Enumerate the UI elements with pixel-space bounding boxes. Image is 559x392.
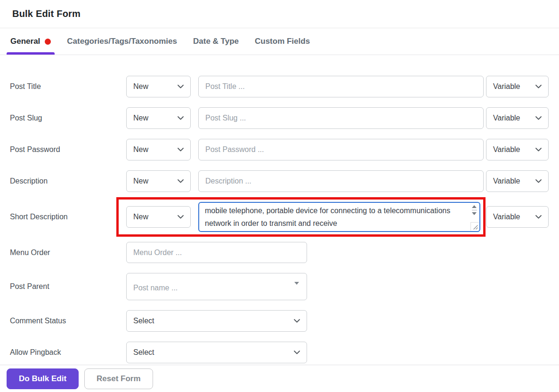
short-description-mode-value: New: [133, 213, 148, 221]
tab-date-type-label: Date & Type: [193, 37, 239, 46]
post-slug-mode-select[interactable]: New: [126, 107, 191, 129]
post-slug-label: Post Slug: [10, 114, 126, 122]
post-password-variable-value: Variable: [493, 145, 520, 154]
chevron-down-icon: [535, 148, 542, 152]
post-title-variable-select[interactable]: Variable: [486, 76, 549, 97]
resize-grip-icon[interactable]: [470, 222, 479, 231]
chevron-down-icon: [178, 215, 184, 219]
do-bulk-edit-button[interactable]: Do Bulk Edit: [7, 368, 79, 389]
reset-form-button[interactable]: Reset Form: [84, 368, 153, 389]
allow-pingback-select[interactable]: Select: [126, 342, 307, 363]
post-slug-variable-value: Variable: [493, 114, 520, 122]
row-post-title: Post Title New Variable: [10, 76, 549, 97]
row-short-description: Short Description New mobile telephone, …: [10, 197, 549, 237]
chevron-down-icon: [178, 179, 184, 183]
row-description: Description New Variable: [10, 170, 549, 192]
description-variable-select[interactable]: Variable: [486, 170, 549, 192]
tab-date-and-type[interactable]: Date & Type: [189, 28, 243, 55]
post-parent-label: Post Parent: [10, 282, 126, 291]
general-form: Post Title New Variable Post Slug New Va…: [0, 55, 559, 363]
post-title-input[interactable]: [198, 76, 484, 97]
chevron-down-icon: [294, 319, 300, 323]
row-menu-order: Menu Order: [10, 242, 549, 263]
comment-status-label: Comment Status: [10, 317, 126, 325]
chevron-down-icon: [535, 215, 542, 219]
post-slug-input[interactable]: [198, 107, 484, 129]
post-password-mode-value: New: [133, 145, 148, 154]
textarea-scrollbar[interactable]: [471, 205, 478, 215]
chevron-down-icon: [535, 116, 542, 120]
description-input[interactable]: [198, 170, 484, 192]
short-description-variable-select[interactable]: Variable: [486, 206, 549, 228]
row-comment-status: Comment Status Select: [10, 310, 549, 332]
tab-custom-fields-label: Custom Fields: [255, 37, 310, 46]
scrollbar-track: [472, 210, 477, 210]
tab-custom-fields[interactable]: Custom Fields: [251, 28, 314, 55]
description-mode-value: New: [133, 177, 148, 185]
tab-bar: General Categories/Tags/Taxonomies Date …: [0, 28, 559, 55]
row-post-password: Post Password New Variable: [10, 139, 549, 160]
description-label: Description: [10, 177, 126, 185]
chevron-down-icon: [178, 85, 184, 88]
tab-categories-tags-taxonomies[interactable]: Categories/Tags/Taxonomies: [63, 28, 181, 55]
resize-grip-lines: [473, 224, 478, 230]
bulk-edit-form-page: Bulk Edit Form General Categories/Tags/T…: [0, 0, 559, 392]
header: Bulk Edit Form: [0, 0, 559, 28]
scroll-down-arrow-icon[interactable]: [472, 212, 477, 215]
chevron-down-icon: [178, 148, 184, 152]
chevron-down-icon: [535, 85, 542, 88]
caret-down-icon: [294, 282, 299, 285]
page-title: Bulk Edit Form: [12, 8, 81, 19]
post-slug-variable-select[interactable]: Variable: [486, 107, 549, 129]
chevron-down-icon: [294, 351, 300, 354]
post-password-mode-select[interactable]: New: [126, 139, 191, 160]
menu-order-label: Menu Order: [10, 248, 126, 257]
tab-general[interactable]: General: [7, 28, 55, 55]
post-title-variable-value: Variable: [493, 82, 520, 91]
footer-action-bar: Do Bulk Edit Reset Form: [0, 365, 559, 392]
post-title-mode-select[interactable]: New: [126, 76, 191, 97]
scroll-up-arrow-icon[interactable]: [472, 205, 477, 208]
comment-status-select[interactable]: Select: [126, 310, 307, 332]
post-parent-placeholder: Post name ...: [133, 284, 178, 292]
post-slug-mode-value: New: [133, 114, 148, 122]
description-variable-value: Variable: [493, 177, 520, 185]
post-title-label: Post Title: [10, 82, 126, 91]
row-post-slug: Post Slug New Variable: [10, 107, 549, 129]
comment-status-value: Select: [133, 317, 154, 325]
post-title-mode-value: New: [133, 82, 148, 91]
description-mode-select[interactable]: New: [126, 170, 191, 192]
tab-categories-label: Categories/Tags/Taxonomies: [67, 37, 177, 46]
short-description-textarea-wrap: mobile telephone, portable device for co…: [198, 202, 480, 232]
row-allow-pingback: Allow Pingback Select: [10, 342, 549, 363]
menu-order-input[interactable]: [126, 242, 307, 263]
short-description-textarea[interactable]: mobile telephone, portable device for co…: [199, 203, 479, 231]
red-highlight-box: New mobile telephone, portable device fo…: [116, 197, 486, 237]
post-parent-select[interactable]: Post name ...: [126, 273, 307, 300]
allow-pingback-value: Select: [133, 348, 154, 357]
unsaved-changes-dot-icon: [45, 39, 51, 45]
chevron-down-icon: [535, 179, 542, 183]
row-post-parent: Post Parent Post name ...: [10, 273, 549, 300]
short-description-mode-select[interactable]: New: [126, 206, 191, 228]
post-password-input[interactable]: [198, 139, 484, 160]
post-password-variable-select[interactable]: Variable: [486, 139, 549, 160]
short-description-variable-value: Variable: [493, 213, 520, 221]
allow-pingback-label: Allow Pingback: [10, 348, 126, 357]
active-tab-underline: [7, 52, 55, 55]
tab-general-label: General: [10, 37, 40, 46]
short-description-label: Short Description: [10, 213, 126, 221]
chevron-down-icon: [178, 116, 184, 120]
post-password-label: Post Password: [10, 145, 126, 154]
